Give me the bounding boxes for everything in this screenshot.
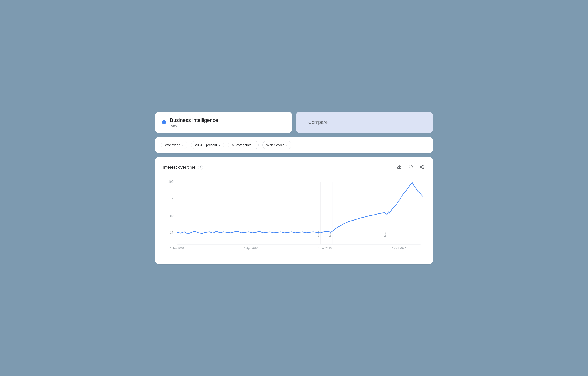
search-subtitle: Topic bbox=[170, 124, 218, 127]
help-icon[interactable]: ? bbox=[198, 165, 203, 170]
compare-card[interactable]: + Compare bbox=[296, 112, 433, 133]
filter-time[interactable]: 2004 – present ▾ bbox=[191, 141, 224, 149]
chevron-down-icon: ▾ bbox=[286, 144, 288, 146]
filter-location[interactable]: Worldwide ▾ bbox=[161, 141, 187, 149]
chart-title-group: Interest over time ? bbox=[163, 165, 203, 170]
svg-text:1 Oct 2022: 1 Oct 2022 bbox=[392, 247, 406, 250]
chart-actions bbox=[396, 164, 425, 171]
svg-text:100: 100 bbox=[168, 180, 174, 184]
compare-label: Compare bbox=[308, 120, 328, 125]
compare-plus-icon: + bbox=[302, 119, 306, 125]
filter-category[interactable]: All categories ▾ bbox=[228, 141, 259, 149]
help-label: ? bbox=[199, 166, 201, 169]
svg-text:50: 50 bbox=[170, 214, 174, 218]
chart-area: 100 75 50 25 1 Jan 2004 1 Apr 2010 1 Jul… bbox=[163, 177, 425, 257]
chevron-down-icon: ▾ bbox=[254, 144, 255, 146]
chart-card: Interest over time ? bbox=[155, 157, 433, 264]
svg-text:Note: Note bbox=[317, 231, 320, 237]
filter-location-label: Worldwide bbox=[165, 143, 180, 147]
main-container: Business intelligence Topic + Compare Wo… bbox=[155, 112, 433, 264]
filter-search-type[interactable]: Web Search ▾ bbox=[262, 141, 292, 149]
svg-line-4 bbox=[421, 167, 423, 168]
chart-header: Interest over time ? bbox=[163, 164, 425, 171]
topic-dot bbox=[162, 120, 166, 124]
svg-text:75: 75 bbox=[170, 197, 174, 201]
search-text: Business intelligence Topic bbox=[170, 117, 218, 127]
search-title: Business intelligence bbox=[170, 117, 218, 123]
download-button[interactable] bbox=[396, 164, 403, 171]
filter-time-label: 2004 – present bbox=[195, 143, 217, 147]
embed-button[interactable] bbox=[407, 164, 414, 171]
svg-text:1 Jan 2004: 1 Jan 2004 bbox=[170, 247, 184, 250]
svg-text:1 Apr 2010: 1 Apr 2010 bbox=[244, 247, 258, 250]
chevron-down-icon: ▾ bbox=[219, 144, 220, 146]
share-button[interactable] bbox=[419, 164, 425, 171]
top-row: Business intelligence Topic + Compare bbox=[155, 112, 433, 133]
svg-text:1 Jul 2016: 1 Jul 2016 bbox=[319, 247, 332, 250]
trend-line bbox=[177, 183, 423, 234]
filter-search-type-label: Web Search bbox=[267, 143, 285, 147]
interest-chart: 100 75 50 25 1 Jan 2004 1 Apr 2010 1 Jul… bbox=[163, 177, 425, 257]
svg-text:Note: Note bbox=[384, 231, 387, 237]
filter-row: Worldwide ▾ 2004 – present ▾ All categor… bbox=[155, 137, 433, 153]
chart-title: Interest over time bbox=[163, 165, 195, 170]
search-card: Business intelligence Topic bbox=[155, 112, 292, 133]
filter-category-label: All categories bbox=[232, 143, 252, 147]
chevron-down-icon: ▾ bbox=[182, 144, 183, 146]
svg-text:25: 25 bbox=[170, 231, 174, 235]
svg-line-5 bbox=[421, 166, 423, 167]
